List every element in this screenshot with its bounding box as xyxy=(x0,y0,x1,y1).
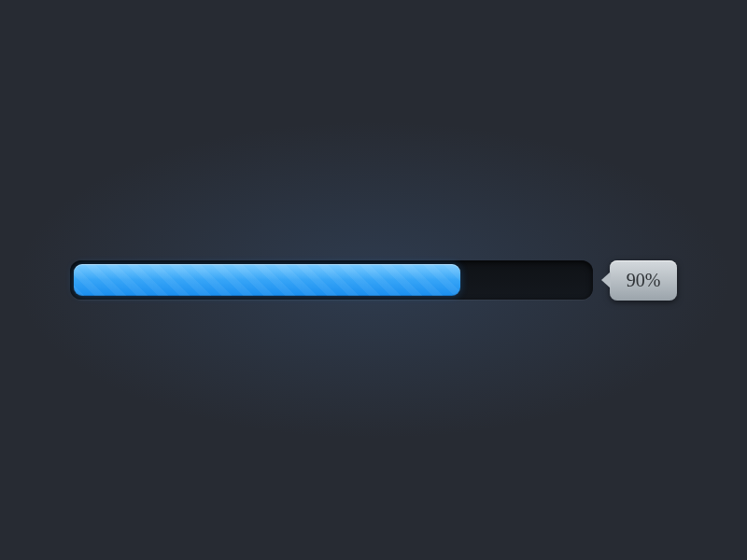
progress-track xyxy=(70,260,593,300)
progress-bar-container: 90% xyxy=(70,260,678,301)
progress-fill xyxy=(74,264,460,296)
progress-value-label: 90% xyxy=(627,270,661,290)
progress-tooltip: 90% xyxy=(610,260,678,301)
